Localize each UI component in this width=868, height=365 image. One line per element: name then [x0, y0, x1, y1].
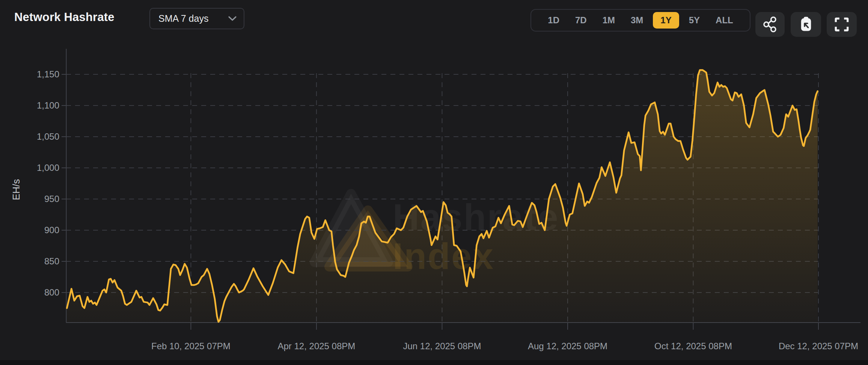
x-tick-label: Dec 12, 2025 07PM [779, 341, 858, 351]
y-tick-label: 1,100 [37, 100, 59, 110]
bottom-divider [0, 360, 868, 365]
x-tick-label: Jun 12, 2025 08PM [403, 341, 481, 351]
hashrate-chart[interactable]: HashrateIndex1,1501,1001,0501,0009509008… [0, 0, 868, 365]
x-tick-label: Feb 10, 2025 07PM [151, 341, 231, 351]
y-axis-title: EH/s [11, 179, 22, 200]
y-tick-label: 1,050 [37, 131, 59, 142]
x-tick-label: Oct 12, 2025 08PM [654, 341, 732, 351]
y-tick-label: 1,000 [37, 163, 59, 173]
y-tick-label: 850 [44, 256, 59, 266]
y-tick-label: 1,150 [37, 69, 59, 79]
x-tick-label: Apr 12, 2025 08PM [277, 341, 355, 351]
y-tick-label: 950 [44, 194, 59, 204]
x-tick-label: Aug 12, 2025 08PM [528, 341, 607, 351]
y-tick-label: 800 [44, 287, 59, 297]
y-tick-label: 900 [44, 225, 59, 235]
